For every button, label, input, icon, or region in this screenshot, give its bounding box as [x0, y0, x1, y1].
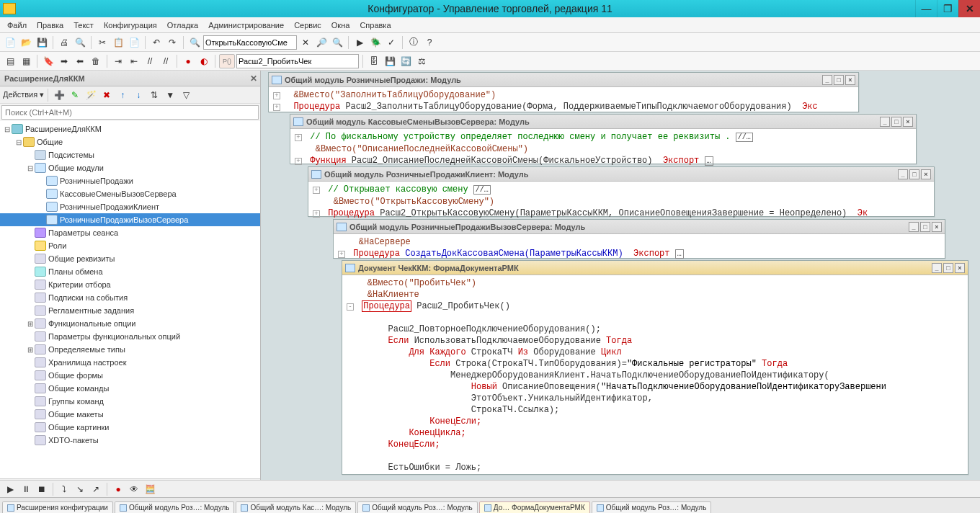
code-body[interactable]: &Вместо("ПробитьЧек") &НаКлиенте - Проце…: [342, 275, 968, 476]
tree-item[interactable]: ⊟Общие модули: [0, 161, 260, 174]
debug-run-icon[interactable]: ▶: [3, 482, 17, 496]
tree-item[interactable]: Планы обмена: [0, 265, 260, 278]
add-icon[interactable]: ➕: [52, 88, 66, 102]
configuration-tree[interactable]: ⊟РасширениеДляККМ⊟ОбщиеПодсистемы⊟Общие …: [0, 121, 260, 478]
cut-icon[interactable]: ✂: [95, 35, 110, 50]
calc-icon[interactable]: 🧮: [143, 482, 157, 496]
document-tab[interactable]: До… ФормаДокументаРМК: [479, 501, 590, 513]
about-icon[interactable]: ?: [422, 35, 437, 50]
preview-icon[interactable]: 🔍: [73, 35, 87, 50]
comment-icon[interactable]: //: [143, 54, 157, 68]
tree-item[interactable]: Критерии отбора: [0, 278, 260, 291]
menu-file[interactable]: Файл: [3, 19, 31, 31]
code-window-5[interactable]: Документ ЧекККМ: ФормаДокументаРМК_□× &В…: [342, 260, 968, 475]
sort-icon[interactable]: ⇅: [147, 88, 161, 102]
menu-edit[interactable]: Правка: [32, 19, 68, 31]
compare-icon[interactable]: ⚖: [414, 54, 429, 68]
tree-item[interactable]: РозничныеПродажиВызовСервера: [0, 213, 260, 226]
minimize-button[interactable]: —: [915, 0, 937, 17]
bookmark-prev-icon[interactable]: ⬅: [73, 54, 87, 68]
menu-debug[interactable]: Отладка: [163, 19, 202, 31]
wand-icon[interactable]: 🪄: [84, 88, 98, 102]
save-icon[interactable]: 💾: [35, 35, 49, 50]
tree-item[interactable]: Параметры функциональных опций: [0, 330, 260, 343]
indent-icon[interactable]: ⇥: [111, 54, 125, 68]
db-save-icon[interactable]: 💾: [383, 54, 397, 68]
run-icon[interactable]: ▶: [352, 35, 367, 50]
breakpoint-icon[interactable]: ●: [111, 482, 125, 496]
help-icon[interactable]: ⓘ: [406, 35, 421, 50]
step-out-icon[interactable]: ↗: [89, 482, 103, 496]
code-window-3[interactable]: Общий модуль РозничныеПродажиКлиент: Мод…: [308, 166, 935, 217]
tree-item[interactable]: Группы команд: [0, 395, 260, 408]
win-max-icon[interactable]: □: [834, 75, 844, 85]
maximize-button[interactable]: ❐: [937, 0, 958, 17]
menu-text[interactable]: Текст: [69, 19, 98, 31]
up-icon[interactable]: ↑: [115, 88, 130, 102]
break-cond-icon[interactable]: ◐: [197, 54, 211, 68]
undo-icon[interactable]: ↶: [149, 35, 164, 50]
open-icon[interactable]: 📂: [19, 35, 33, 50]
tree-item[interactable]: Параметры сеанса: [0, 226, 260, 239]
win-close-icon[interactable]: ×: [955, 263, 965, 273]
document-tab[interactable]: Общий модуль Роз…: Модуль: [357, 501, 478, 513]
syntax-icon[interactable]: ✓: [384, 35, 398, 50]
tree-item[interactable]: Общие реквизиты: [0, 252, 260, 265]
tree-item[interactable]: КассовыеСменыВызовСервера: [0, 187, 260, 200]
win-min-icon[interactable]: _: [909, 222, 919, 232]
filter2-icon[interactable]: ▽: [179, 88, 193, 102]
document-tab[interactable]: Общий модуль Роз…: Модуль: [592, 501, 712, 513]
break-icon[interactable]: ●: [181, 54, 195, 68]
delete-icon[interactable]: ✖: [99, 88, 114, 102]
new-icon[interactable]: 📄: [3, 35, 17, 50]
tree-item[interactable]: Хранилища настроек: [0, 356, 260, 369]
win-close-icon[interactable]: ×: [921, 169, 931, 179]
debug-pause-icon[interactable]: ⏸: [19, 482, 33, 496]
outdent-icon[interactable]: ⇤: [127, 54, 141, 68]
bookmark-icon[interactable]: 🔖: [41, 54, 55, 68]
code-window-2[interactable]: Общий модуль КассовыеСменыВызовСервера: …: [290, 114, 917, 164]
win-min-icon[interactable]: _: [932, 263, 942, 273]
tree-item[interactable]: Общие макеты: [0, 408, 260, 421]
find-icon[interactable]: 🔍: [187, 35, 202, 50]
menu-admin[interactable]: Администрирование: [204, 19, 288, 31]
debug-stop-icon[interactable]: ⏹: [35, 482, 49, 496]
actions-dropdown[interactable]: Действия ▾: [3, 90, 44, 99]
menu-config[interactable]: Конфигурация: [99, 19, 161, 31]
tree-item[interactable]: Регламентные задания: [0, 304, 260, 317]
menu-service[interactable]: Сервис: [290, 19, 326, 31]
filter-icon[interactable]: ▼: [163, 88, 177, 102]
redo-icon[interactable]: ↷: [165, 35, 179, 50]
code-window-4[interactable]: Общий модуль РозничныеПродажиВызовСервер…: [333, 219, 945, 259]
watch-icon[interactable]: 👁: [127, 482, 141, 496]
bookmark-clear-icon[interactable]: 🗑: [89, 54, 103, 68]
win-close-icon[interactable]: ×: [845, 75, 855, 85]
tree-item[interactable]: Общие картинки: [0, 421, 260, 434]
tree-item[interactable]: Роли: [0, 239, 260, 252]
search-combo[interactable]: [203, 35, 297, 50]
win-min-icon[interactable]: _: [880, 117, 890, 127]
tree-item[interactable]: Общие формы: [0, 369, 260, 382]
win-close-icon[interactable]: ×: [932, 222, 942, 232]
uncomment-icon[interactable]: //: [159, 54, 173, 68]
search-input[interactable]: [1, 105, 259, 120]
win-max-icon[interactable]: □: [943, 263, 953, 273]
tree-item[interactable]: XDTO-пакеты: [0, 434, 260, 447]
code-body[interactable]: &НаСервере + Процедура СоздатьДокКассова…: [334, 234, 945, 262]
tree-icon[interactable]: ▤: [3, 54, 17, 68]
tree-item[interactable]: ⊟Общие: [0, 135, 260, 148]
document-tab[interactable]: Расширения конфигурации: [2, 501, 113, 513]
refresh-icon[interactable]: 🔄: [398, 54, 413, 68]
find-next-icon[interactable]: 🔎: [314, 35, 329, 50]
menu-help[interactable]: Справка: [355, 19, 395, 31]
tree-item[interactable]: ⊟РасширениеДляККМ: [0, 122, 260, 135]
bookmark-next-icon[interactable]: ➡: [57, 54, 71, 68]
code-window-1[interactable]: Общий модуль РозничныеПродажи: Модуль_□×…: [268, 72, 859, 112]
tree-item[interactable]: Подсистемы: [0, 148, 260, 161]
step-over-icon[interactable]: ⤵: [57, 482, 71, 496]
debug-icon[interactable]: 🪲: [368, 35, 383, 50]
tree-item[interactable]: РозничныеПродажиКлиент: [0, 200, 260, 213]
win-max-icon[interactable]: □: [920, 222, 930, 232]
db-icon[interactable]: 🗄: [367, 54, 381, 68]
panel-close-icon[interactable]: ✕: [250, 73, 257, 84]
